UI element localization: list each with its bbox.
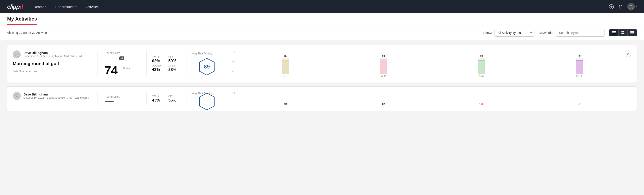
bar-label-putt: PUTT: [576, 75, 582, 77]
chart-bar-app: 82: [337, 103, 430, 105]
compact-view-icon: [630, 31, 634, 34]
chart-bar-putt: 89 PUTT: [533, 55, 626, 77]
bar-value-ott: 94: [284, 103, 287, 105]
activity-card: Dave Billingham December 05, 2021 - Gog …: [7, 45, 637, 83]
svg-rect-13: [630, 33, 634, 34]
total-count: 29: [32, 31, 36, 34]
bar-value-putt: 89: [578, 55, 581, 57]
avatar: [13, 50, 21, 58]
nav-item-performance[interactable]: Performance ▾: [54, 3, 78, 10]
viewing-info: Viewing 12 out of 29 Activities: [7, 31, 479, 34]
stat-gir: GIR 50%: [168, 56, 182, 63]
navbar: clippd Teams ▾ Performance ▾ Activities: [0, 0, 644, 14]
edit-icon: [626, 52, 630, 55]
list-view-button[interactable]: [610, 30, 618, 36]
keywords-label: Keywords:: [539, 31, 554, 34]
card-score: Round Score 74 +4 18 Holes: [98, 50, 146, 77]
svg-rect-8: [623, 31, 624, 32]
nav-label-performance: Performance: [55, 5, 74, 9]
view-toggle: [609, 29, 637, 36]
card-quality: Avg Shot Quality: [187, 92, 227, 105]
score-holes: 18 Holes: [120, 67, 130, 70]
user-info: Dave Billingham October 16, 2021 - Gog M…: [24, 92, 89, 99]
avg-shot-quality-label: Avg Shot Quality: [192, 52, 212, 55]
svg-marker-18: [199, 93, 214, 110]
card-user: Dave Billingham October 16, 2021 - Gog M…: [13, 92, 90, 100]
bar-fill-app: [380, 60, 387, 74]
round-score-label: Round Score: [105, 95, 139, 98]
bar-label-arg: ARG: [479, 75, 484, 77]
person-icon: [14, 52, 19, 57]
svg-rect-11: [630, 31, 634, 32]
grid-view-icon: [621, 31, 625, 34]
chart-bar-arg: 106: [435, 103, 528, 105]
stat-updown: Up/Down 43%: [152, 64, 165, 72]
user-info: Dave Billingham December 05, 2021 - Gog …: [24, 51, 82, 58]
card-chart: 100 94 82 106 87: [227, 92, 631, 105]
stat-1putt: 1 Putt 28%: [168, 64, 182, 72]
user-date: October 16, 2021 - Gog Magog Golf Club -…: [24, 96, 89, 99]
grid-view-button[interactable]: [618, 30, 628, 36]
refresh-button[interactable]: [618, 4, 623, 9]
avg-shot-quality-value: 89: [204, 64, 210, 70]
chart-area: 100 50 0 85 OTT 90: [232, 50, 626, 77]
bar-app: [380, 58, 387, 74]
search-input[interactable]: [556, 29, 605, 36]
svg-rect-7: [622, 31, 622, 32]
avatar: [13, 92, 21, 100]
svg-rect-10: [623, 33, 624, 34]
bar-value-arg: 89: [480, 55, 483, 57]
add-button[interactable]: [609, 4, 614, 9]
bar-ott: [282, 58, 289, 74]
data-source: Data Source: Arccos: [13, 70, 90, 73]
svg-rect-14: [630, 34, 634, 34]
user-name: Dave Billingham: [24, 92, 89, 96]
bar-fill-putt: [576, 60, 583, 74]
keywords-filter: Keywords:: [539, 29, 605, 36]
svg-rect-9: [622, 33, 622, 34]
user-date: December 05, 2021 - Gog Magog Golf Club …: [24, 55, 82, 58]
chart-bar-putt: 87: [533, 103, 626, 105]
activity-card: Dave Billingham October 16, 2021 - Gog M…: [7, 86, 637, 111]
chevron-down-icon: ▾: [45, 6, 46, 8]
hexagon-container: [198, 98, 216, 105]
bar-value-putt: 87: [578, 103, 581, 105]
card-info: Dave Billingham December 05, 2021 - Gog …: [13, 50, 98, 77]
logo-text: clipp: [7, 3, 20, 10]
chart-bar-app: 90 APP: [337, 55, 430, 77]
chart-area: 100 94 82 106 87: [232, 92, 626, 105]
card-user: Dave Billingham December 05, 2021 - Gog …: [13, 50, 90, 58]
svg-rect-12: [630, 32, 634, 32]
svg-rect-5: [612, 32, 616, 33]
activity-type-select[interactable]: All Activity Types: [494, 29, 534, 36]
bar-value-ott: 85: [284, 55, 287, 57]
svg-rect-4: [612, 31, 616, 32]
person-icon: [629, 5, 633, 9]
user-name: Dave Billingham: [24, 51, 82, 55]
refresh-icon: [618, 4, 623, 9]
bar-arg: [478, 58, 485, 74]
compact-view-button[interactable]: [628, 30, 637, 36]
list-view-icon: [612, 31, 616, 34]
main-content: Dave Billingham December 05, 2021 - Gog …: [0, 40, 644, 119]
card-stats: FW Hit 43% GIR 56%: [146, 92, 187, 105]
chart-bar-arg: 89 ARG: [435, 55, 528, 77]
stat-fw-hit: FW Hit 62%: [152, 56, 165, 63]
nav-label-activities: Activities: [86, 5, 99, 9]
show-label: Show:: [483, 31, 492, 34]
nav-label-teams: Teams: [34, 5, 44, 9]
svg-rect-6: [612, 34, 616, 34]
brand-logo[interactable]: clippd: [7, 3, 23, 10]
avatar: [627, 3, 635, 10]
card-info: Dave Billingham October 16, 2021 - Gog M…: [13, 92, 98, 105]
navbar-right: ▾: [609, 3, 637, 10]
chart-bar-ott: 94: [239, 103, 332, 105]
user-menu-button[interactable]: ▾: [627, 3, 637, 10]
avatar-chevron-icon: ▾: [636, 6, 637, 8]
nav-item-activities[interactable]: Activities: [84, 3, 100, 10]
nav-item-teams[interactable]: Teams ▾: [34, 3, 47, 10]
chart-y-axis: 100: [232, 92, 236, 101]
activity-title: Morning round of golf: [13, 61, 90, 66]
card-score: Round Score: [98, 92, 146, 105]
card-chart: 100 50 0 85 OTT 90: [227, 50, 631, 77]
